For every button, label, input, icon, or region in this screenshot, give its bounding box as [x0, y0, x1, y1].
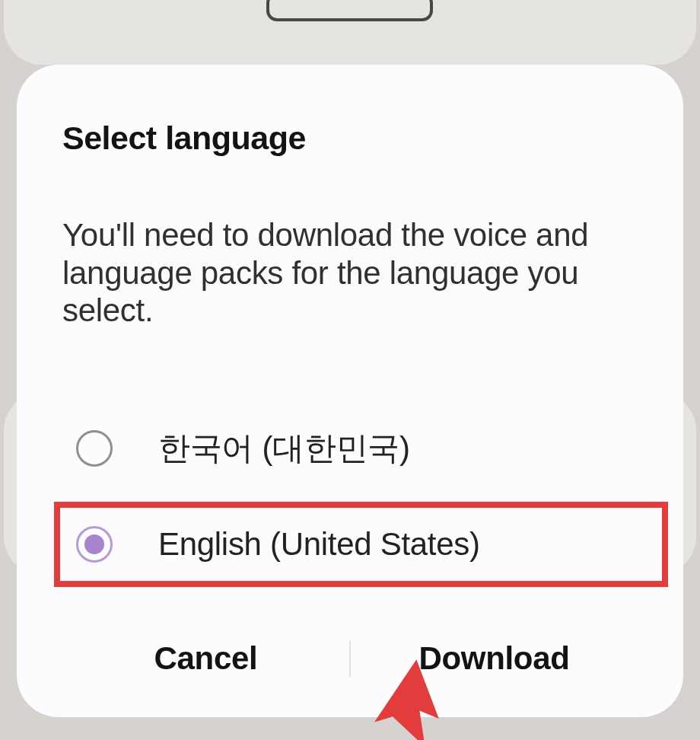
dialog-button-row: Cancel Download [62, 627, 638, 691]
language-option-label: English (United States) [158, 526, 480, 563]
cancel-button[interactable]: Cancel [62, 627, 349, 691]
radio-inner-dot [84, 534, 104, 554]
dialog-description: You'll need to download the voice and la… [62, 216, 638, 330]
language-option-list: 한국어 (대한민국) English (United States) [62, 404, 638, 596]
radio-icon-selected [76, 526, 113, 563]
language-option-label: 한국어 (대한민국) [158, 427, 410, 470]
language-option-english[interactable]: English (United States) [54, 502, 668, 587]
dialog-title: Select language [62, 120, 638, 157]
radio-icon [76, 430, 113, 467]
language-option-korean[interactable]: 한국어 (대한민국) [62, 404, 638, 493]
background-pill-shape [266, 0, 433, 21]
download-button[interactable]: Download [351, 627, 638, 691]
select-language-dialog: Select language You'll need to download … [17, 65, 683, 717]
